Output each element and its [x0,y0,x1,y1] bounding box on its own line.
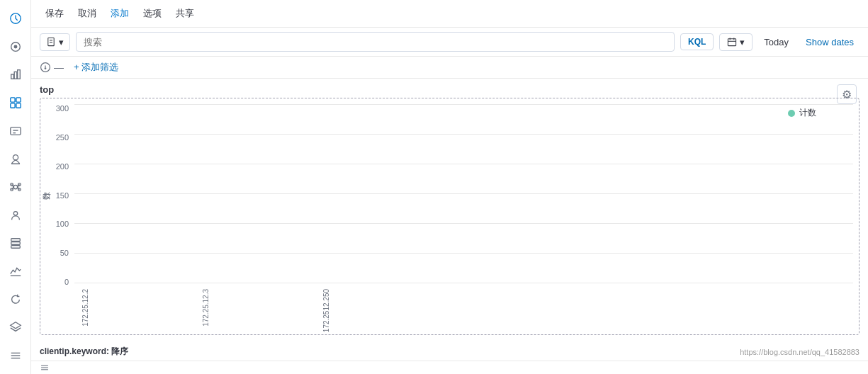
svg-point-23 [13,211,17,215]
stack-icon[interactable] [3,231,28,256]
search-input-wrap[interactable] [76,32,675,52]
gridline-0 [74,283,853,283]
y-tick-100: 100 [56,220,69,228]
chart-container: top ⚙ 计数 计数 0 50 100 150 200 250 300 [31,79,868,343]
footer-sort-label: clientip.keyword: 降序 [40,346,128,358]
svg-rect-35 [728,39,736,46]
search-input[interactable] [84,37,667,47]
chevron-down-icon: ▾ [59,37,64,47]
footer-link: https://blog.csdn.net/qq_41582883 [740,348,859,356]
gridline-250 [74,134,853,135]
svg-rect-26 [11,246,20,249]
y-tick-300: 300 [56,104,69,113]
bars-area [74,104,853,286]
chart-wrapper: 计数 计数 0 50 100 150 200 250 300 [40,98,859,335]
save-button[interactable]: 保存 [40,4,69,23]
list-icon [40,363,50,373]
calendar-icon [727,37,737,47]
bar-chart-icon[interactable] [3,62,28,87]
y-tick-150: 150 [56,191,69,200]
svg-rect-32 [48,38,54,45]
svg-rect-9 [16,103,20,108]
monitoring-icon[interactable] [3,259,28,284]
x-labels: 172.25.12.2172.25.12.3172.2512.250 [74,286,853,329]
svg-marker-28 [10,322,20,329]
search-bar: ▾ KQL ▾ Today Show dates [31,28,868,57]
main-content: 保存 取消 添加 选项 共享 ▾ KQL ▾ Today Show dates … [31,0,868,374]
dashboard-icon[interactable] [3,90,28,115]
svg-point-14 [13,185,17,188]
options-button[interactable]: 选项 [137,4,167,23]
svg-rect-7 [16,98,20,102]
svg-point-41 [45,68,46,69]
sidebar [0,0,31,374]
toolbar: 保存 取消 添加 选项 共享 [31,0,868,28]
menu-icon[interactable] [3,343,28,368]
gridline-150 [74,193,853,194]
x-label-1: 172.25.12.3 [202,289,294,327]
add-filter-button[interactable]: + 添加筛选 [69,60,123,75]
show-dates-button[interactable]: Show dates [800,34,859,50]
file-icon [46,37,56,47]
canvas-icon[interactable] [3,118,28,144]
x-label-2: 172.2512.250 [322,289,415,332]
gridlines [74,104,853,283]
filter-icon [40,62,51,73]
svg-rect-3 [11,74,13,79]
plot-area: 172.25.12.2172.25.12.3172.2512.250 [74,104,853,329]
filter-bar: — + 添加筛选 [31,57,868,79]
y-tick-200: 200 [56,162,69,171]
svg-rect-10 [10,127,20,135]
maps-icon[interactable] [3,146,28,171]
gridline-50 [74,253,853,254]
y-axis: 计数 0 50 100 150 200 250 300 [46,104,74,329]
clock-icon[interactable] [3,6,28,31]
svg-rect-25 [11,242,20,245]
chevron-icon: — [54,62,64,73]
chart-title: top [40,84,859,95]
gridline-100 [74,223,853,224]
svg-rect-4 [14,72,17,79]
add-button[interactable]: 添加 [105,4,135,23]
kql-button[interactable]: KQL [680,33,714,50]
time-label: Today [758,34,794,50]
svg-point-2 [14,45,17,48]
svg-point-13 [13,155,18,160]
filter-icon-group[interactable]: — [40,62,64,73]
refresh-icon[interactable] [3,287,28,312]
svg-rect-24 [11,239,20,242]
y-tick-0: 0 [64,278,69,286]
user-icon[interactable] [3,203,28,228]
ml-icon[interactable] [3,174,28,200]
share-button[interactable]: 共享 [170,4,200,23]
svg-rect-6 [10,98,14,102]
calendar-button[interactable]: ▾ [719,33,753,51]
index-dropdown[interactable]: ▾ [40,33,70,51]
layers-icon[interactable] [3,315,28,341]
discover-icon[interactable] [3,34,28,60]
svg-rect-8 [10,103,14,108]
x-label-0: 172.25.12.2 [81,289,174,327]
cancel-button[interactable]: 取消 [72,4,102,23]
svg-rect-5 [17,70,20,79]
gridline-300 [74,104,853,105]
chevron-down-icon-2: ▾ [740,37,745,47]
bottom-bar [31,361,868,374]
chart-footer: clientip.keyword: 降序 https://blog.csdn.n… [31,343,868,361]
gridline-200 [74,164,853,164]
y-tick-250: 250 [56,133,69,142]
y-tick-50: 50 [60,249,69,257]
